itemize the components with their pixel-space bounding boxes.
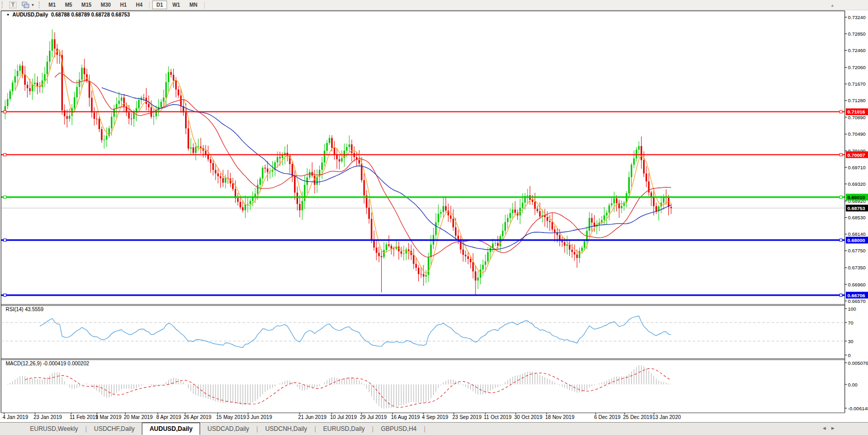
chart-ohlc-values: 0.68788 0.68789 0.68728 0.68753 xyxy=(51,12,130,18)
level-price-label-text: 0.70007 xyxy=(847,152,865,158)
chevron-down-icon: ▼ xyxy=(31,3,35,7)
price-tick-label: 0.68530 xyxy=(848,215,865,220)
price-tick-label: 0.66960 xyxy=(848,282,865,287)
rsi-tick-label: 30 xyxy=(848,339,854,344)
date-label: 23 Sep 2019 xyxy=(452,414,482,420)
tab-gbpusd-h4[interactable]: GBPUSD,H4 xyxy=(373,423,423,435)
tab-audusd-daily[interactable]: AUDUSD,Daily xyxy=(142,423,200,435)
date-label: 11 Oct 2019 xyxy=(484,414,512,420)
chart-shift-marker[interactable]: ▲ xyxy=(830,3,834,8)
date-label: 10 Jul 2019 xyxy=(330,414,357,420)
timeframe-button-d1[interactable]: D1 xyxy=(152,1,167,9)
price-tick-label: 0.72460 xyxy=(848,47,865,53)
price-tick-label: 0.67750 xyxy=(848,248,865,253)
level-price-label-text: 0.71016 xyxy=(847,109,865,115)
timeframe-buttons: M1M5M15M30H1H4D1W1MN xyxy=(44,0,202,10)
date-label: 4 Jan 2019 xyxy=(3,414,28,420)
tab-usdcnh-daily[interactable]: USDCNH,Daily xyxy=(258,423,314,435)
macd-indicator-label: MACD(12,26,9) -0.000419 0.000202 xyxy=(6,361,89,366)
chart-tabs: EURUSD,Weekly|USDCHF,DailyAUDUSD,DailyUS… xyxy=(23,423,425,435)
date-label: 1 Mar 2019 xyxy=(95,414,122,420)
text-tool-button[interactable]: T xyxy=(7,1,19,9)
text-tool-icon: T xyxy=(9,2,17,8)
tab-eurusd-weekly[interactable]: EURUSD,Weekly xyxy=(23,423,85,435)
rsi-tick-label: 70 xyxy=(848,320,854,326)
tab-scroll-left-icon[interactable]: ◄ xyxy=(822,425,830,431)
line-handle[interactable] xyxy=(4,153,6,156)
level-price-label-text: 0.66706 xyxy=(847,293,865,298)
rsi-tick-label: 0 xyxy=(848,352,850,358)
date-label: 16 Aug 2019 xyxy=(391,414,420,420)
chart-header: ▼AUDUSD,Daily 0.68788 0.68789 0.68728 0.… xyxy=(6,12,130,18)
date-label: 15 May 2019 xyxy=(216,414,246,420)
price-tick-label: 0.68140 xyxy=(848,231,865,237)
date-label: 29 Jul 2019 xyxy=(360,414,387,420)
line-handle[interactable] xyxy=(840,239,842,241)
rsi-tick-label: 100 xyxy=(848,306,856,312)
price-tick-label: 0.70890 xyxy=(848,115,865,120)
toolbar-grip[interactable] xyxy=(2,2,5,8)
price-tick-label: 0.66570 xyxy=(848,298,865,304)
chart-window: 0.732400.728500.724600.720600.716700.712… xyxy=(0,10,868,422)
toolbar-grip[interactable] xyxy=(39,2,42,8)
line-handle[interactable] xyxy=(4,239,6,241)
price-tick-label: 0.72060 xyxy=(848,65,865,70)
chart-symbol-period: AUDUSD,Daily xyxy=(12,12,48,18)
timeframe-button-h1[interactable]: H1 xyxy=(116,1,131,9)
date-label: 21 Jun 2019 xyxy=(298,414,326,420)
price-tick-label: 0.71280 xyxy=(848,98,865,103)
tab-usdcad-daily[interactable]: USDCAD,Daily xyxy=(200,423,256,435)
price-tick-label: 0.69320 xyxy=(848,181,865,187)
tab-scroll-right-icon[interactable]: ► xyxy=(830,425,839,431)
timeframe-button-m1[interactable]: M1 xyxy=(44,1,60,9)
timeframe-button-h4[interactable]: H4 xyxy=(132,1,147,9)
date-label: 6 Dec 2019 xyxy=(594,414,621,420)
date-label: 8 Apr 2019 xyxy=(156,414,182,420)
date-label: 11 Feb 2019 xyxy=(70,414,99,420)
date-label: 20 Mar 2019 xyxy=(124,414,153,420)
rsi-indicator-label: RSI(14) 43.5559 xyxy=(6,307,43,312)
price-tick-label: 0.70490 xyxy=(848,131,865,137)
price-tick-label: 0.71670 xyxy=(848,81,865,87)
line-handle[interactable] xyxy=(840,153,842,156)
chart-background xyxy=(0,10,868,422)
date-label: 30 Oct 2019 xyxy=(514,414,543,420)
timeframe-button-m15[interactable]: M15 xyxy=(77,1,95,9)
price-tick-label: 0.72850 xyxy=(848,31,865,37)
date-label: 23 Jan 2019 xyxy=(34,414,62,420)
date-label: 25 Dec 2019 xyxy=(623,414,652,420)
arrange-charts-button[interactable]: ▼ xyxy=(20,1,37,9)
price-tick-label: 0.67350 xyxy=(848,265,865,270)
date-label: 13 Jan 2020 xyxy=(652,414,681,420)
date-label: 4 Sep 2019 xyxy=(422,414,449,420)
chart-canvas[interactable]: 0.732400.728500.724600.720600.716700.712… xyxy=(0,10,868,422)
tab-separator: | xyxy=(424,425,425,432)
line-handle[interactable] xyxy=(4,196,6,199)
level-price-label-text: 0.68000 xyxy=(847,237,865,243)
timeframe-button-w1[interactable]: W1 xyxy=(168,1,184,9)
date-label: 3 Jun 2019 xyxy=(247,414,272,420)
tab-eurusd-daily[interactable]: EURUSD,Daily xyxy=(316,423,372,435)
chart-tab-bar: EURUSD,Weekly|USDCHF,DailyAUDUSD,DailyUS… xyxy=(0,422,868,435)
price-tick-label: 0.69710 xyxy=(848,165,865,170)
toolbar-separator xyxy=(149,2,150,9)
line-handle[interactable] xyxy=(840,110,842,113)
toolbar-separator xyxy=(204,2,205,9)
level-price-label-text: 0.69010 xyxy=(847,195,865,200)
line-handle[interactable] xyxy=(840,294,842,296)
current-price-label-text: 0.68753 xyxy=(847,205,865,211)
date-label: 26 Apr 2019 xyxy=(184,414,211,420)
top-toolbar: T ▼ M1M5M15M30H1H4D1W1MN ▲ xyxy=(0,0,868,10)
macd-tick-label: 0.00 xyxy=(848,382,858,388)
timeframe-button-m30[interactable]: M30 xyxy=(96,1,114,9)
line-handle[interactable] xyxy=(4,294,6,296)
chart-menu-icon[interactable]: ▼ xyxy=(6,13,10,17)
line-handle[interactable] xyxy=(4,110,6,113)
timeframe-button-mn[interactable]: MN xyxy=(185,1,202,9)
date-label: 18 Nov 2019 xyxy=(545,414,575,420)
line-handle[interactable] xyxy=(840,196,842,199)
arrange-charts-icon xyxy=(22,2,29,8)
price-tick-label: 0.73240 xyxy=(848,14,865,20)
tab-usdchf-daily[interactable]: USDCHF,Daily xyxy=(87,423,142,435)
timeframe-button-m5[interactable]: M5 xyxy=(61,1,76,9)
